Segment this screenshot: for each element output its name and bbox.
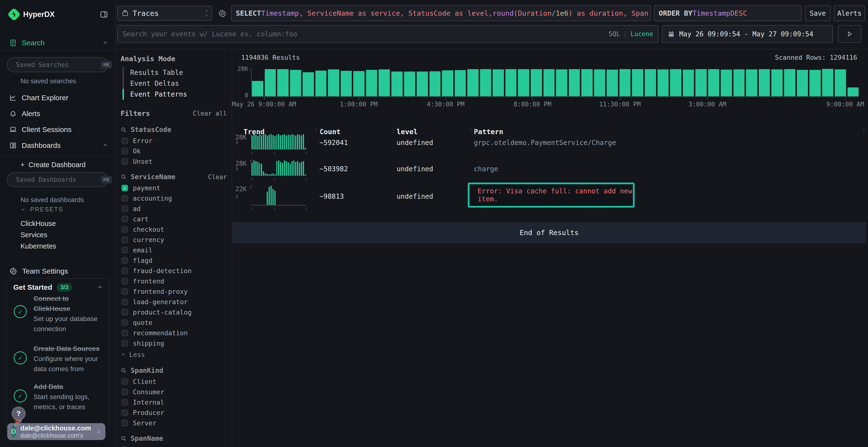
checkbox[interactable] bbox=[122, 389, 128, 395]
toggle-sql[interactable]: SQL bbox=[609, 30, 620, 38]
pattern-table-row[interactable]: 28K~503982undefinedcharge bbox=[232, 160, 868, 178]
sql-select-input[interactable]: SELECT Timestamp, ServiceName as service… bbox=[231, 5, 651, 21]
checkbox[interactable] bbox=[122, 420, 128, 426]
chevron-up-icon[interactable] bbox=[97, 284, 103, 290]
checkbox[interactable] bbox=[122, 399, 128, 406]
filter-checkbox-item[interactable]: Client bbox=[121, 378, 227, 385]
filter-checkbox-item[interactable]: Ok bbox=[121, 148, 227, 154]
create-dashboard-button[interactable]: + Create Dashboard bbox=[21, 161, 86, 169]
checkbox[interactable] bbox=[122, 409, 128, 416]
source-select[interactable]: Traces ⌃⌃ bbox=[117, 6, 212, 21]
row-expand-chevron[interactable] bbox=[234, 193, 240, 200]
checkbox[interactable] bbox=[122, 138, 128, 144]
column-resize-handle[interactable]: ⋮⋮ bbox=[861, 127, 868, 133]
source-settings-gear-icon[interactable] bbox=[218, 9, 227, 18]
clear-group-link[interactable]: Clear bbox=[208, 173, 227, 181]
search-input[interactable] bbox=[123, 30, 605, 38]
preset-clickhouse[interactable]: ClickHouse bbox=[21, 220, 56, 228]
saved-dashboards-input[interactable] bbox=[16, 176, 97, 183]
sidebar-item-chart-explorer[interactable]: Chart Explorer bbox=[9, 92, 108, 104]
filter-checkbox-item[interactable]: ✓payment bbox=[121, 185, 227, 191]
filter-checkbox-item[interactable]: Error bbox=[121, 138, 227, 144]
filter-checkbox-item[interactable]: frontend bbox=[121, 278, 227, 284]
checkbox[interactable] bbox=[122, 340, 128, 347]
toggle-lucene[interactable]: Lucene bbox=[630, 30, 653, 38]
checkbox[interactable] bbox=[122, 319, 128, 326]
saved-searches-input[interactable] bbox=[16, 61, 97, 68]
pattern-table-row[interactable]: 28K~592041undefinedgrpc.oteldemo.Payment… bbox=[232, 133, 868, 152]
checkbox[interactable] bbox=[122, 257, 128, 264]
filter-checkbox-item[interactable]: ad bbox=[121, 205, 227, 212]
filter-checkbox-item[interactable]: frontend-proxy bbox=[121, 288, 227, 295]
filter-checkbox-item[interactable]: Consumer bbox=[121, 389, 227, 395]
save-button[interactable]: Save bbox=[805, 5, 831, 21]
sidebar-item-alerts[interactable]: Alerts bbox=[9, 107, 108, 120]
user-profile-chip[interactable]: D dale@clickhouse.com dale@clickhouse.co… bbox=[7, 423, 105, 440]
mode-event-deltas[interactable]: Event Deltas bbox=[123, 78, 227, 89]
filter-checkbox-item[interactable]: checkout bbox=[121, 226, 227, 233]
order-by-input[interactable]: ORDER BY Timestamp DESC bbox=[654, 5, 802, 21]
filter-checkbox-item[interactable]: cart bbox=[121, 216, 227, 222]
column-resize-handle[interactable]: ⋮⋮ bbox=[467, 127, 476, 133]
preset-kubernetes[interactable]: Kubernetes bbox=[21, 242, 56, 250]
filter-checkbox-item[interactable]: Unset bbox=[121, 158, 227, 165]
chevron-up-icon[interactable] bbox=[102, 40, 108, 46]
filter-checkbox-item[interactable]: Producer bbox=[121, 409, 227, 416]
filter-checkbox-item[interactable]: email bbox=[121, 247, 227, 253]
checkbox[interactable] bbox=[122, 278, 128, 284]
sidebar-item-client-sessions[interactable]: Client Sessions bbox=[9, 123, 108, 136]
checkbox[interactable] bbox=[122, 237, 128, 243]
checkbox[interactable] bbox=[122, 195, 128, 202]
run-query-button[interactable] bbox=[838, 25, 861, 43]
show-less-link[interactable]: Less bbox=[121, 351, 227, 358]
filter-checkbox-item[interactable]: accounting bbox=[121, 195, 227, 202]
sidebar-item-team-settings[interactable]: Team Settings bbox=[9, 265, 108, 277]
checkbox[interactable] bbox=[122, 330, 128, 336]
get-started-item[interactable]: ✓ Connect to ClickHouse Set up your data… bbox=[13, 294, 105, 334]
checkbox[interactable]: ✓ bbox=[122, 185, 128, 191]
sidebar-item-search[interactable]: Search bbox=[9, 37, 108, 49]
checkbox[interactable] bbox=[122, 216, 128, 222]
filter-checkbox-item[interactable]: recommendation bbox=[121, 330, 227, 336]
filter-checkbox-item[interactable]: fraud-detection bbox=[121, 268, 227, 274]
clear-all-link[interactable]: Clear all bbox=[193, 110, 227, 117]
checkbox[interactable] bbox=[122, 268, 128, 274]
help-button[interactable]: ? bbox=[11, 407, 26, 420]
pattern-table-row[interactable]: 22K~98813undefinedError: Visa cache full… bbox=[232, 185, 868, 208]
lucene-search-bar[interactable]: SQL | Lucene bbox=[117, 25, 658, 43]
date-range-picker[interactable]: May 26 09:09:54 - May 27 09:09:54 bbox=[662, 25, 833, 43]
filter-checkbox-item[interactable]: Internal bbox=[121, 399, 227, 406]
get-started-item[interactable]: ✓ Create Data Sources Configure where yo… bbox=[13, 344, 105, 374]
checkbox[interactable] bbox=[122, 378, 128, 385]
checkbox[interactable] bbox=[122, 299, 128, 305]
language-toggle[interactable]: SQL | Lucene bbox=[609, 30, 653, 38]
column-resize-handle[interactable]: ⋮⋮ bbox=[313, 127, 322, 133]
checkbox[interactable] bbox=[122, 158, 128, 165]
filter-checkbox-item[interactable]: product-catalog bbox=[121, 309, 227, 315]
checkbox[interactable] bbox=[122, 309, 128, 315]
checkbox[interactable] bbox=[122, 148, 128, 154]
filter-checkbox-item[interactable]: load-generator bbox=[121, 299, 227, 305]
checkbox[interactable] bbox=[122, 205, 128, 212]
get-started-item[interactable]: ✓ Add Data Start sending logs, metrics, … bbox=[13, 382, 105, 412]
filter-checkbox-item[interactable]: shipping bbox=[121, 340, 227, 347]
results-histogram[interactable] bbox=[252, 69, 859, 96]
checkbox[interactable] bbox=[122, 288, 128, 295]
preset-services[interactable]: Services bbox=[21, 231, 47, 239]
highlighted-pattern-box[interactable]: Error: Visa cache full: cannot add new i… bbox=[468, 182, 634, 208]
filter-checkbox-item[interactable]: Server bbox=[121, 420, 227, 426]
sidebar-collapse-icon[interactable] bbox=[100, 10, 108, 19]
mode-results-table[interactable]: Results Table bbox=[123, 67, 227, 78]
checkbox[interactable] bbox=[122, 226, 128, 233]
saved-searches-search[interactable]: ⌘K bbox=[7, 57, 108, 72]
alerts-button[interactable]: Alerts bbox=[834, 5, 865, 21]
filter-checkbox-item[interactable]: currency bbox=[121, 237, 227, 243]
filter-checkbox-item[interactable]: quote bbox=[121, 319, 227, 326]
checkbox[interactable] bbox=[122, 247, 128, 253]
saved-dashboards-search[interactable]: ⌘K bbox=[7, 172, 108, 187]
filter-checkbox-item[interactable]: flagd bbox=[121, 257, 227, 264]
mode-event-patterns[interactable]: Event Patterns bbox=[123, 89, 227, 100]
sidebar-item-dashboards[interactable]: Dashboards bbox=[9, 139, 108, 152]
chevron-up-icon[interactable] bbox=[102, 143, 108, 148]
presets-toggle[interactable]: PRESETS bbox=[21, 206, 63, 213]
